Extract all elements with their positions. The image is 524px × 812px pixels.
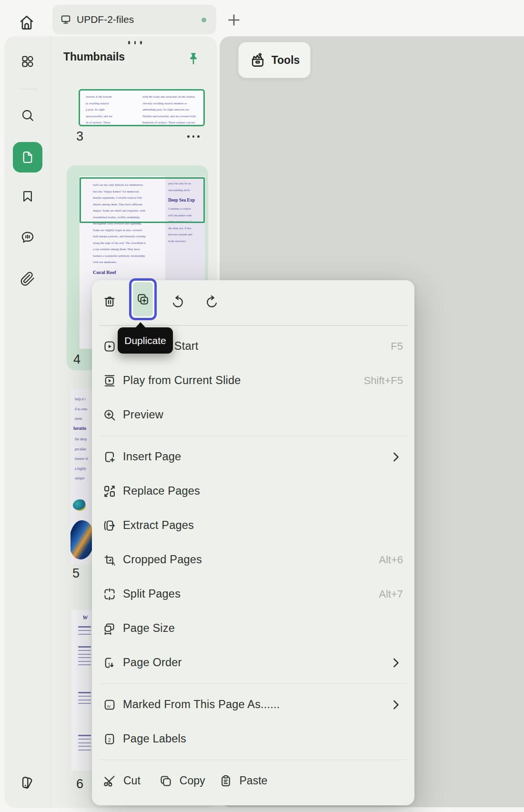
undo-button[interactable] (166, 290, 189, 313)
pin-icon[interactable] (186, 51, 201, 66)
menu-item-insert-page[interactable]: Insert Page (92, 440, 414, 474)
cropped-pages-icon (102, 553, 117, 567)
text-line: along the edge of the reef. The clownfis… (93, 240, 162, 246)
menu-item-label: Page Labels (123, 732, 186, 745)
paste-button[interactable]: Paste (219, 774, 268, 788)
menu-item-replace-pages[interactable]: Replace Pages (92, 474, 414, 508)
text-line: cleverly avoiding natural enemies or (142, 100, 202, 107)
undo-icon (170, 294, 185, 309)
page-context-menu: Play from StartF5Play from Current Slide… (92, 280, 414, 805)
page-4-left-heading: Coral Reef (93, 270, 116, 275)
text-line: master of (75, 454, 88, 464)
menu-divider (92, 680, 414, 688)
cut-icon (102, 774, 117, 788)
page-4-number: 4 (73, 352, 81, 367)
menu-item-extract-pages[interactable]: Extract Pages (92, 508, 414, 543)
menu-item-marked-from-this-page-as[interactable]: ıvMarked From This Page As...... (92, 688, 414, 722)
text-line: ly avoiding natural (86, 100, 136, 107)
sidebar (5, 36, 51, 807)
menu-divider (92, 432, 414, 440)
panel-title: Thumbnails (63, 51, 125, 63)
text-line: ambushing prey. Its eight tentacles are (142, 106, 202, 113)
sidebar-item-comments[interactable] (16, 226, 39, 249)
sidebar-item-stamps[interactable] (16, 771, 39, 794)
sidebar-item-search[interactable] (16, 104, 39, 127)
menu-item-cropped-pages[interactable]: Cropped PagesAlt+6 (92, 543, 414, 577)
menu-item-label: Play from Current Slide (123, 374, 241, 387)
duplicate-button-highlighted[interactable] (129, 278, 157, 320)
menu-item-page-size[interactable]: Page Size (92, 611, 414, 646)
menu-item-page-order[interactable]: 1Page Order (92, 646, 414, 680)
text-line: formed a wonderful symbiotic relationshi… (93, 253, 162, 259)
svg-text:2: 2 (108, 737, 111, 743)
chevron-right-icon (389, 698, 403, 712)
menu-item-shortcut: Alt+6 (379, 554, 403, 566)
menu-item-split-pages[interactable]: Split PagesAlt+7 (92, 577, 414, 611)
clip-label: Copy (180, 774, 205, 787)
redo-button[interactable] (201, 290, 223, 313)
new-tab-icon[interactable] (226, 12, 242, 28)
bookmark-icon (20, 189, 35, 204)
text-line: peculiar (75, 445, 88, 455)
menu-item-shortcut: Alt+7 (379, 588, 403, 600)
text-line: a highly (75, 464, 88, 474)
sidebar-item-apps[interactable] (16, 50, 39, 73)
page-5-heading: loratio (73, 426, 86, 431)
copy-icon (159, 774, 173, 788)
page-6-text-block (78, 626, 91, 637)
cut-button[interactable]: Cut (102, 774, 141, 788)
text-line: g prey. Its eight (86, 106, 136, 113)
sidebar-item-page-thumbnails[interactable] (13, 142, 42, 173)
tools-label: Tools (272, 54, 300, 67)
chevron-right-icon (389, 450, 403, 464)
unsaved-dot (202, 18, 206, 22)
text-line: d to sens (75, 405, 87, 415)
sidebar-item-attachments[interactable] (16, 267, 39, 290)
menu-item-page-labels[interactable]: 2Page Labels (92, 722, 414, 756)
menu-item-label: Cropped Pages (123, 553, 202, 566)
page-6-number: 6 (76, 777, 83, 792)
menu-item-preview[interactable]: Preview (92, 398, 414, 432)
fish-image-small (73, 499, 85, 510)
home-icon[interactable] (18, 13, 36, 31)
marked-as-icon: ıv (102, 698, 117, 712)
text-line: the deep (75, 435, 88, 445)
menu-item-label: Page Order (123, 656, 181, 669)
page-3-left-column: aweeds at the bottomly avoiding naturalg… (86, 93, 136, 126)
page-size-icon (102, 621, 117, 636)
menu-divider (92, 756, 414, 764)
grid-icon (20, 54, 35, 69)
text-line: aweeds at the bottom (86, 93, 136, 100)
duplicate-button-inner (133, 282, 153, 316)
svg-text:ıv: ıv (107, 703, 111, 708)
menu-item-play-from-current-slide[interactable]: Play from Current SlideShift+F5 (92, 364, 414, 398)
document-tab[interactable]: UPDF-2-files (52, 5, 216, 34)
paperclip-icon (20, 271, 35, 286)
sidebar-divider (18, 89, 38, 90)
text-line: with sea anemones. (93, 259, 162, 265)
page-5-text: help it td to sensment. (75, 395, 87, 424)
text-line: ds of suckers. These (86, 119, 136, 126)
trash-icon (102, 294, 117, 309)
insert-page-icon (102, 450, 117, 464)
tab-title: UPDF-2-files (77, 14, 134, 25)
page-order-icon: 1 (102, 656, 117, 670)
clip-label: Paste (240, 774, 268, 787)
menu-item-label: Extract Pages (123, 519, 194, 532)
sidebar-item-bookmarks[interactable] (16, 185, 39, 208)
page-5-number: 5 (72, 566, 80, 581)
page-6-text-block (78, 646, 91, 668)
text-line: and powerful, and are (86, 113, 136, 120)
thumbnail-page-3[interactable]: aweeds at the bottomly avoiding naturalg… (79, 89, 205, 126)
panel-drag-handle[interactable] (128, 41, 142, 44)
page-3-more-icon[interactable] (187, 135, 200, 138)
delete-button[interactable] (98, 290, 121, 313)
tools-button[interactable]: Tools (238, 42, 311, 78)
copy-button[interactable]: Copy (159, 774, 205, 788)
replace-pages-icon (102, 484, 117, 498)
svg-text:1: 1 (108, 662, 111, 668)
page-6-text-block (78, 735, 91, 753)
menu-item-label: Preview (123, 408, 163, 421)
paste-icon (219, 774, 233, 788)
monitor-icon (60, 14, 71, 25)
